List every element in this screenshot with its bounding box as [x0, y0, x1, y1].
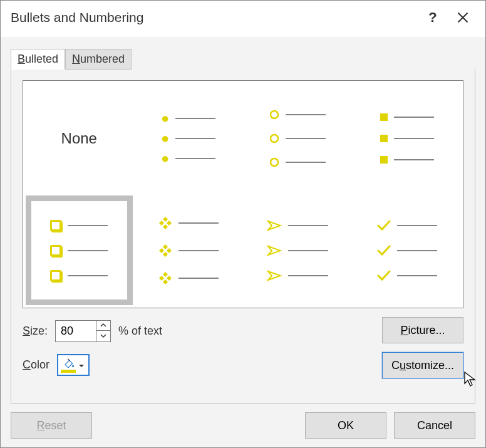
bullet-square-icon [380, 135, 388, 142]
size-input[interactable] [56, 321, 96, 341]
bullet-dot-icon: ● [161, 115, 169, 122]
tab-panel: None●●● Size: % of text Picture... [11, 69, 475, 404]
bullet-arrow-icon [267, 270, 282, 281]
bullet-arrow-icon [267, 245, 282, 256]
bullet-arrow-icon [267, 220, 282, 231]
size-spinner[interactable] [55, 320, 111, 342]
picture-button[interactable]: Picture... [382, 317, 463, 343]
tab-strip: Bulleted Numbered [1, 37, 485, 69]
bullet-ring-icon [269, 157, 279, 167]
bullet-dot-icon: ● [161, 135, 169, 142]
color-swatch [61, 370, 76, 373]
dropdown-caret-icon [78, 360, 85, 370]
size-down-button[interactable] [96, 331, 110, 341]
bullet-box-icon [50, 220, 61, 231]
bullet-diamond-icon [158, 271, 172, 285]
bullet-check-icon [377, 270, 391, 281]
bullet-check-icon [377, 245, 391, 256]
bullet-style-tile-diamond4[interactable] [135, 195, 242, 305]
ok-button[interactable]: OK [305, 412, 386, 439]
bullet-style-tile-arrow[interactable] [244, 195, 351, 305]
bullet-diamond-icon [158, 216, 172, 230]
bullet-box-icon [50, 270, 61, 281]
color-label: Color [23, 358, 49, 372]
paint-bucket-icon [62, 357, 75, 370]
chevron-up-icon [100, 323, 106, 328]
size-row: Size: % of text [23, 320, 376, 342]
bullet-ring-icon [269, 110, 279, 120]
bullet-style-tile-square[interactable] [354, 83, 461, 193]
customize-button[interactable]: Customize... [382, 352, 463, 378]
bullet-style-tile-check[interactable] [354, 195, 461, 305]
bullet-style-tile-none[interactable]: None [26, 83, 133, 193]
cancel-button[interactable]: Cancel [394, 412, 475, 439]
color-dropdown[interactable] [57, 354, 90, 376]
svg-point-2 [271, 159, 278, 166]
bullet-style-tile-box[interactable] [26, 195, 133, 305]
bullet-box-icon [50, 245, 61, 256]
tab-bulleted[interactable]: Bulleted [11, 49, 65, 70]
size-up-button[interactable] [96, 321, 110, 331]
reset-button[interactable]: Reset [11, 412, 92, 439]
svg-point-3 [72, 365, 74, 367]
titlebar: Bullets and Numbering ? [1, 1, 485, 37]
size-suffix: % of text [118, 325, 162, 338]
bullets-numbering-dialog: Bullets and Numbering ? Bulleted Numbere… [0, 0, 486, 448]
right-button-column: Picture... Customize... [382, 317, 463, 378]
bullet-style-tile-dot[interactable]: ●●● [135, 83, 242, 193]
chevron-down-icon [100, 333, 106, 338]
dialog-footer: Reset OK Cancel [1, 404, 485, 447]
svg-point-1 [271, 135, 278, 142]
bullet-dot-icon: ● [161, 155, 169, 162]
close-button[interactable] [448, 4, 478, 31]
bullet-ring-icon [269, 133, 279, 143]
bullet-style-grid: None●●● [26, 83, 460, 305]
dialog-title: Bullets and Numbering [11, 10, 143, 25]
bullet-style-tile-ring[interactable] [244, 83, 351, 193]
bullet-square-icon [380, 156, 388, 164]
svg-point-0 [271, 111, 278, 118]
size-label: Size: [23, 325, 48, 338]
bullet-style-frame: None●●● [23, 80, 463, 308]
close-icon [457, 11, 469, 24]
tab-numbered[interactable]: Numbered [65, 49, 132, 70]
bullet-diamond-icon [158, 244, 172, 258]
bullet-check-icon [377, 220, 391, 231]
bullet-square-icon [380, 113, 388, 121]
color-row: Color [23, 354, 376, 376]
help-button[interactable]: ? [418, 4, 448, 31]
